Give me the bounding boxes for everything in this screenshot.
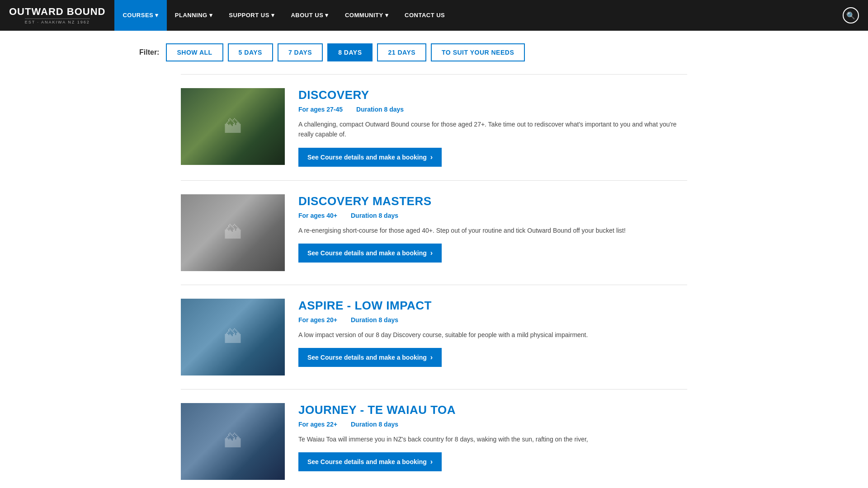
- course-description-aspire-low-impact: A low impact version of our 8 day Discov…: [298, 330, 687, 340]
- course-description-discovery-masters: A re-energising short-course for those a…: [298, 225, 687, 235]
- course-description-journey-te-waiau-toa: Te Waiau Toa will immerse you in NZ's ba…: [298, 434, 687, 444]
- course-meta-journey-te-waiau-toa: For ages 22+ Duration 8 days: [298, 421, 687, 428]
- course-booking-btn-journey-te-waiau-toa[interactable]: See Course details and make a booking ›: [298, 452, 442, 471]
- nav-item-contact-us[interactable]: CONTACT US: [396, 0, 453, 31]
- logo-name: OUTWARD BOUND: [9, 6, 105, 17]
- course-age-discovery: For ages 27-45: [298, 106, 343, 113]
- filter-btn-8-days[interactable]: 8 DAYS: [327, 43, 373, 61]
- course-title-aspire-low-impact: ASPIRE - LOW IMPACT: [298, 299, 687, 313]
- course-title-discovery: DISCOVERY: [298, 88, 687, 102]
- course-duration-discovery-masters: Duration 8 days: [351, 212, 398, 219]
- filter-btn-to-suit[interactable]: TO SUIT YOUR NEEDS: [431, 43, 525, 61]
- navbar: OUTWARD BOUND EST · ANAKIWA NZ 1962 COUR…: [0, 0, 868, 31]
- course-content-discovery: DISCOVERY For ages 27-45 Duration 8 days…: [298, 88, 687, 167]
- course-duration-journey-te-waiau-toa: Duration 8 days: [351, 421, 398, 428]
- course-title-journey-te-waiau-toa: JOURNEY - TE WAIAU TOA: [298, 403, 687, 417]
- course-image-icon: 🏔: [224, 117, 242, 137]
- filter-label: Filter:: [139, 48, 159, 56]
- course-meta-discovery-masters: For ages 40+ Duration 8 days: [298, 212, 687, 219]
- nav-item-support-us[interactable]: SUPPORT US ▾: [221, 0, 283, 31]
- course-booking-btn-discovery-masters[interactable]: See Course details and make a booking ›: [298, 244, 442, 263]
- course-content-aspire-low-impact: ASPIRE - LOW IMPACT For ages 20+ Duratio…: [298, 299, 687, 367]
- logo-subtitle: EST · ANAKIWA NZ 1962: [25, 19, 90, 24]
- course-item-discovery-masters: 🏔 DISCOVERY MASTERS For ages 40+ Duratio…: [181, 180, 687, 285]
- course-btn-arrow: ›: [430, 458, 433, 466]
- course-btn-arrow: ›: [430, 353, 433, 361]
- logo[interactable]: OUTWARD BOUND EST · ANAKIWA NZ 1962: [9, 6, 105, 24]
- course-meta-discovery: For ages 27-45 Duration 8 days: [298, 106, 687, 113]
- course-btn-arrow: ›: [430, 153, 433, 161]
- course-btn-arrow: ›: [430, 249, 433, 257]
- nav-menu: COURSES ▾PLANNING ▾SUPPORT US ▾ABOUT US …: [114, 0, 838, 31]
- course-image-icon: 🏔: [224, 327, 242, 347]
- course-title-discovery-masters: DISCOVERY MASTERS: [298, 194, 687, 208]
- course-image-icon: 🏔: [224, 222, 242, 243]
- nav-item-planning[interactable]: PLANNING ▾: [167, 0, 221, 31]
- course-booking-btn-aspire-low-impact[interactable]: See Course details and make a booking ›: [298, 348, 442, 367]
- nav-item-courses[interactable]: COURSES ▾: [114, 0, 166, 31]
- course-item-aspire-low-impact: 🏔 ASPIRE - LOW IMPACT For ages 20+ Durat…: [181, 285, 687, 389]
- filter-btn-7-days[interactable]: 7 DAYS: [278, 43, 323, 61]
- course-image-discovery: 🏔: [181, 88, 285, 165]
- course-booking-btn-discovery[interactable]: See Course details and make a booking ›: [298, 148, 442, 167]
- filter-bar: Filter: SHOW ALL5 DAYS7 DAYS8 DAYS21 DAY…: [0, 31, 868, 74]
- course-image-journey-te-waiau-toa: 🏔: [181, 403, 285, 480]
- course-image-discovery-masters: 🏔: [181, 194, 285, 271]
- course-age-journey-te-waiau-toa: For ages 22+: [298, 421, 337, 428]
- course-duration-discovery: Duration 8 days: [356, 106, 404, 113]
- course-item-discovery: 🏔 DISCOVERY For ages 27-45 Duration 8 da…: [181, 74, 687, 180]
- course-age-aspire-low-impact: For ages 20+: [298, 316, 337, 324]
- filter-btn-21-days[interactable]: 21 DAYS: [377, 43, 426, 61]
- course-content-journey-te-waiau-toa: JOURNEY - TE WAIAU TOA For ages 22+ Dura…: [298, 403, 687, 471]
- search-button[interactable]: 🔍: [843, 7, 859, 23]
- course-image-aspire-low-impact: 🏔: [181, 299, 285, 375]
- filter-btn-5-days[interactable]: 5 DAYS: [228, 43, 273, 61]
- course-item-journey-te-waiau-toa: 🏔 JOURNEY - TE WAIAU TOA For ages 22+ Du…: [181, 389, 687, 488]
- course-meta-aspire-low-impact: For ages 20+ Duration 8 days: [298, 316, 687, 324]
- courses-list: 🏔 DISCOVERY For ages 27-45 Duration 8 da…: [172, 74, 696, 488]
- filter-btn-show-all[interactable]: SHOW ALL: [166, 43, 223, 61]
- course-content-discovery-masters: DISCOVERY MASTERS For ages 40+ Duration …: [298, 194, 687, 263]
- course-duration-aspire-low-impact: Duration 8 days: [351, 316, 398, 324]
- course-description-discovery: A challenging, compact Outward Bound cou…: [298, 119, 687, 140]
- course-image-icon: 🏔: [224, 431, 242, 451]
- course-age-discovery-masters: For ages 40+: [298, 212, 337, 219]
- nav-item-about-us[interactable]: ABOUT US ▾: [283, 0, 337, 31]
- nav-item-community[interactable]: COMMUNITY ▾: [337, 0, 396, 31]
